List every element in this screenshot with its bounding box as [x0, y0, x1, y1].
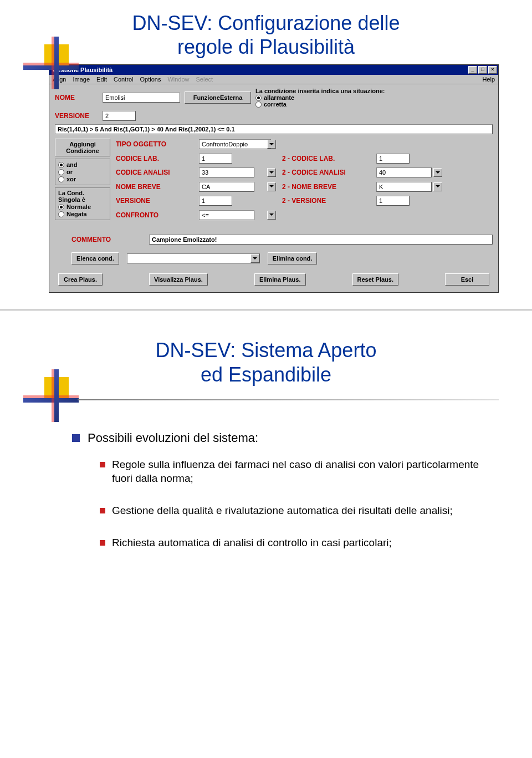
crea-plaus-button[interactable]: Crea Plaus.: [58, 273, 103, 286]
bullet-square-icon: [100, 462, 105, 467]
chevron-down-icon[interactable]: [267, 182, 276, 191]
elenca-cond-button[interactable]: Elenca cond.: [71, 252, 119, 264]
radio-icon: [255, 101, 262, 108]
reset-plaus-button[interactable]: Reset Plaus.: [352, 273, 398, 286]
chevron-down-icon[interactable]: [250, 254, 259, 263]
maximize-button[interactable]: □: [478, 66, 487, 74]
app-window: Gestione Plausibilità _ □ × Align Image …: [49, 64, 499, 293]
radio-normale[interactable]: Normale: [58, 204, 107, 210]
tipo-oggetto-label: TIPO OGGETTO: [116, 140, 193, 148]
menu-select: Select: [196, 76, 213, 83]
codice-lab2-input[interactable]: [376, 154, 410, 164]
cond-sign-group: La Cond.Singola è Normale Negata: [55, 187, 110, 220]
codice-analisi-label: CODICE ANALISI: [116, 169, 193, 176]
menu-edit[interactable]: Edit: [96, 76, 107, 83]
radio-xor[interactable]: xor: [58, 176, 107, 182]
versione3-label: 2 - VERSIONE: [282, 197, 371, 205]
codice-analisi2-label: 2 - CODICE ANALISI: [282, 169, 371, 176]
bullet-item: Gestione della qualità e rivalutazione a…: [100, 503, 482, 518]
versione-label: VERSIONE: [55, 112, 98, 120]
tipo-oggetto-select[interactable]: [199, 139, 271, 149]
radio-and[interactable]: and: [58, 161, 107, 168]
titlebar[interactable]: Gestione Plausibilità _ □ ×: [49, 65, 498, 75]
cond-list-select[interactable]: [127, 253, 260, 263]
visualizza-plaus-button[interactable]: Visualizza Plaus.: [149, 273, 208, 286]
versione3-input[interactable]: [376, 196, 410, 206]
menu-window: Window: [167, 76, 189, 83]
chevron-down-icon[interactable]: [267, 211, 276, 220]
close-button[interactable]: ×: [488, 66, 497, 74]
slide2-title-line2: ed Espandibile: [33, 363, 499, 386]
confronto-select[interactable]: [199, 210, 254, 220]
versione-input[interactable]: [103, 111, 136, 121]
funzione-esterna-button[interactable]: FunzioneEsterna: [185, 91, 251, 104]
nome-breve-label: NOME BREVE: [116, 183, 193, 191]
bullet-square-icon: [100, 540, 105, 546]
horizontal-rule: [78, 399, 499, 400]
menu-options[interactable]: Options: [140, 76, 161, 83]
menu-control[interactable]: Control: [114, 76, 133, 83]
bullet-lead: Possibili evoluzioni del sistema:: [72, 431, 482, 445]
codice-analisi2-select[interactable]: [376, 167, 432, 177]
menubar: Align Image Edit Control Options Window …: [49, 75, 498, 84]
commento-label: COMMENTO: [71, 236, 138, 243]
slide-decoration: [29, 42, 79, 98]
radio-negata[interactable]: Negata: [58, 211, 107, 217]
bullet-item: Regole sulla influenza dei farmaci nel c…: [100, 457, 482, 486]
bullet-item: Richiesta automatica di analisi di contr…: [100, 536, 482, 550]
chevron-down-icon[interactable]: [433, 182, 442, 191]
codice-analisi-select[interactable]: [199, 167, 254, 177]
commento-input[interactable]: [149, 235, 493, 245]
aggiungi-condizione-button[interactable]: Aggiungi Condizione: [55, 139, 110, 156]
slide2-title-line1: DN-SEV: Sistema Aperto: [33, 338, 499, 362]
elimina-plaus-button[interactable]: Elimina Plaus.: [254, 273, 306, 286]
codice-lab-input[interactable]: [199, 154, 232, 164]
confronto-label: CONFRONTO: [116, 211, 193, 219]
slide1-title-line2: regole di Plausibilità: [33, 35, 499, 59]
condition-expression-input[interactable]: [55, 124, 493, 134]
chevron-down-icon[interactable]: [267, 168, 276, 177]
minimize-button[interactable]: _: [468, 66, 477, 74]
nome-breve2-label: 2 - NOME BREVE: [282, 183, 371, 191]
versione2-input[interactable]: [199, 196, 232, 206]
logic-operator-group: and or xor: [55, 159, 110, 185]
radio-icon: [255, 95, 262, 101]
versione2-label: VERSIONE: [116, 197, 193, 205]
chevron-down-icon[interactable]: [433, 168, 442, 177]
nome-input[interactable]: [103, 93, 180, 103]
nome-breve2-select[interactable]: [376, 182, 432, 192]
radio-allarmante[interactable]: allarmante: [255, 94, 493, 101]
menu-help[interactable]: Help: [482, 76, 495, 83]
esci-button[interactable]: Esci: [445, 273, 489, 286]
codice-lab-label: CODICE LAB.: [116, 155, 193, 162]
bullet-square-icon: [72, 434, 80, 442]
condizione-text: La condizione inserita indica una situaz…: [255, 88, 493, 94]
nome-breve-select[interactable]: [199, 182, 254, 192]
bullet-square-icon: [100, 508, 105, 513]
radio-or[interactable]: or: [58, 169, 107, 175]
codice-lab2-label: 2 - CODICE LAB.: [282, 155, 371, 162]
chevron-down-icon[interactable]: [267, 140, 276, 149]
elimina-cond-button[interactable]: Elimina cond.: [268, 252, 318, 264]
slide1-title-line1: DN-SEV: Configurazione delle: [33, 11, 499, 35]
slide-decoration: [29, 375, 79, 430]
radio-corretta[interactable]: corretta: [255, 101, 493, 108]
window-title: Gestione Plausibilità: [50, 67, 467, 73]
